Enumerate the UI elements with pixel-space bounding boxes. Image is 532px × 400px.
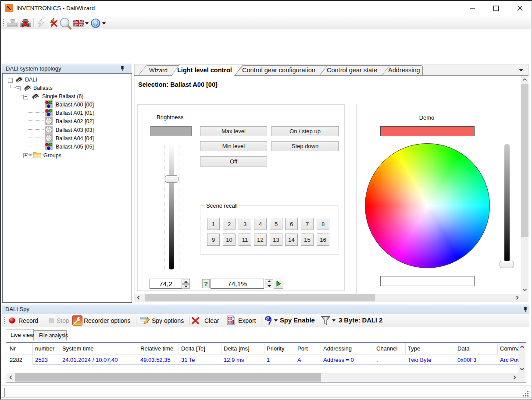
svg-text:?: ? <box>94 21 97 27</box>
